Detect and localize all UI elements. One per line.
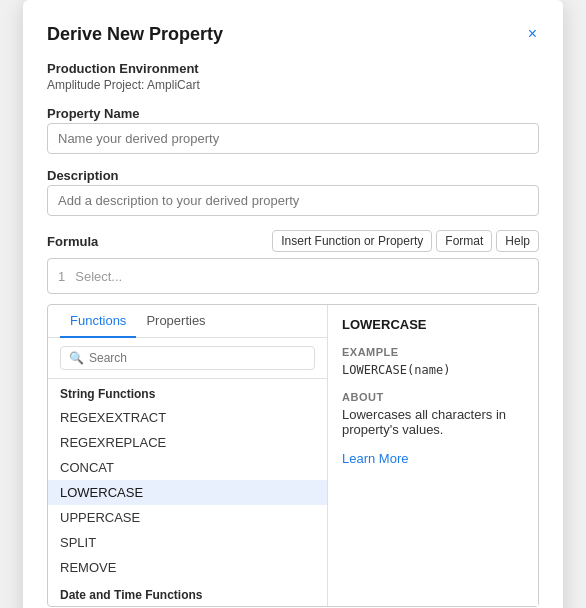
search-icon: 🔍: [69, 351, 84, 365]
close-button[interactable]: ×: [526, 24, 539, 44]
formula-placeholder: Select...: [75, 269, 122, 284]
about-text: Lowercases all characters in property's …: [342, 407, 524, 437]
formula-section: Formula Insert Function or Property Form…: [47, 230, 539, 294]
help-button[interactable]: Help: [496, 230, 539, 252]
line-number: 1: [58, 269, 65, 284]
modal-title: Derive New Property: [47, 24, 223, 45]
modal-dialog: Derive New Property × Production Environ…: [23, 0, 563, 608]
property-name-label: Property Name: [47, 106, 539, 121]
modal-header: Derive New Property ×: [47, 24, 539, 45]
about-label: ABOUT: [342, 391, 524, 403]
formula-editor[interactable]: 1 Select...: [47, 258, 539, 294]
search-input-wrap: 🔍: [60, 346, 315, 370]
example-code: LOWERCASE(name): [342, 362, 524, 377]
property-name-input[interactable]: [47, 123, 539, 154]
tab-bar: Functions Properties: [48, 305, 327, 338]
insert-function-button[interactable]: Insert Function or Property: [272, 230, 432, 252]
search-box: 🔍: [48, 338, 327, 379]
function-dropdown: Functions Properties 🔍 String Functions …: [47, 304, 539, 607]
formula-buttons: Insert Function or Property Format Help: [272, 230, 539, 252]
function-item-uppercase[interactable]: UPPERCASE: [48, 505, 327, 530]
date-time-functions-label: Date and Time Functions: [48, 580, 327, 606]
function-item-remove[interactable]: REMOVE: [48, 555, 327, 580]
tab-properties[interactable]: Properties: [136, 305, 215, 338]
format-button[interactable]: Format: [436, 230, 492, 252]
formula-label: Formula: [47, 234, 98, 249]
example-label: EXAMPLE: [342, 346, 524, 358]
description-group: Description: [47, 168, 539, 216]
function-item-regexreplace[interactable]: REGEXREPLACE: [48, 430, 327, 455]
string-functions-label: String Functions: [48, 379, 327, 405]
formula-header: Formula Insert Function or Property Form…: [47, 230, 539, 252]
production-env-value: Amplitude Project: AmpliCart: [47, 78, 539, 92]
tab-functions[interactable]: Functions: [60, 305, 136, 338]
production-env-label: Production Environment: [47, 61, 539, 76]
function-item-lowercase[interactable]: LOWERCASE: [48, 480, 327, 505]
learn-more-link[interactable]: Learn More: [342, 451, 408, 466]
function-item-regexextract[interactable]: REGEXEXTRACT: [48, 405, 327, 430]
property-name-group: Property Name: [47, 106, 539, 154]
search-input[interactable]: [89, 351, 306, 365]
modal-overlay: Derive New Property × Production Environ…: [0, 0, 586, 608]
description-label: Description: [47, 168, 539, 183]
description-input[interactable]: [47, 185, 539, 216]
dropdown-right-panel: LOWERCASE EXAMPLE LOWERCASE(name) ABOUT …: [328, 305, 538, 606]
function-item-split[interactable]: SPLIT: [48, 530, 327, 555]
function-item-concat[interactable]: CONCAT: [48, 455, 327, 480]
production-env-group: Production Environment Amplitude Project…: [47, 61, 539, 92]
dropdown-left-panel: Functions Properties 🔍 String Functions …: [48, 305, 328, 606]
detail-function-name: LOWERCASE: [342, 317, 524, 332]
